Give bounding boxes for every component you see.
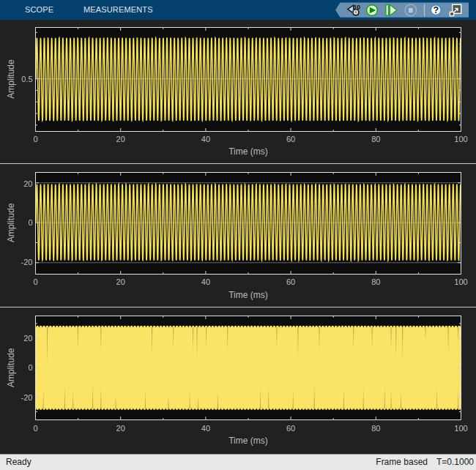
svg-text:20: 20 [116,277,125,286]
svg-text:0: 0 [33,135,37,143]
svg-text:?: ? [433,5,439,15]
svg-text:60: 60 [286,424,295,433]
svg-text:80: 80 [371,424,380,433]
svg-text:60: 60 [286,277,295,286]
svg-text:0: 0 [28,363,32,372]
svg-text:0: 0 [33,277,37,286]
svg-text:40: 40 [201,424,210,433]
svg-text:80: 80 [371,277,380,286]
svg-text:0: 0 [28,218,32,227]
svg-text:Amplitude: Amplitude [6,59,16,99]
svg-text:40: 40 [201,277,210,286]
svg-text:100: 100 [454,277,467,286]
svg-text:20: 20 [23,179,32,188]
svg-text:0.5: 0.5 [21,75,32,83]
svg-text:20: 20 [116,135,125,143]
svg-text:60: 60 [286,135,295,143]
svg-text:100: 100 [454,424,467,433]
svg-text:100: 100 [454,135,467,143]
svg-text:0: 0 [33,424,37,433]
svg-text:20: 20 [23,334,32,343]
svg-text:20: 20 [116,424,125,433]
svg-text:Time (ms): Time (ms) [228,146,268,157]
svg-text:Time (ms): Time (ms) [228,290,268,300]
svg-text:Amplitude: Amplitude [6,348,16,387]
svg-text:40: 40 [201,135,210,143]
svg-text:Amplitude: Amplitude [6,203,16,242]
svg-text:Time (ms): Time (ms) [228,436,268,446]
svg-text:80: 80 [371,135,380,143]
svg-text:-20: -20 [21,393,33,402]
svg-text:-20: -20 [21,258,33,266]
